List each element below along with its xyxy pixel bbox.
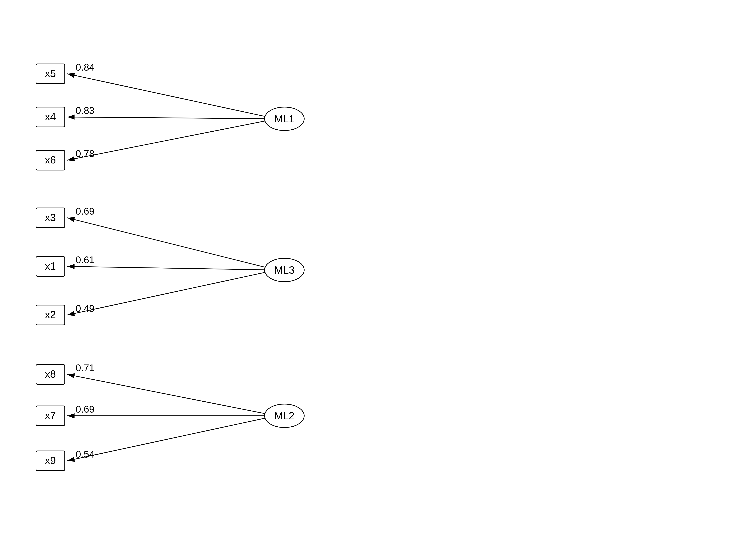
- svg-line-7: [67, 117, 265, 119]
- svg-text:0.49: 0.49: [75, 303, 94, 314]
- svg-text:ML3: ML3: [274, 264, 295, 276]
- svg-text:0.83: 0.83: [75, 105, 94, 116]
- svg-text:x1: x1: [45, 260, 56, 272]
- svg-text:ML2: ML2: [274, 410, 295, 422]
- page-title: [0, 0, 756, 11]
- svg-text:x7: x7: [45, 410, 56, 421]
- svg-text:0.69: 0.69: [75, 404, 94, 415]
- svg-text:x8: x8: [45, 368, 56, 380]
- svg-text:0.54: 0.54: [75, 449, 94, 460]
- svg-text:x5: x5: [45, 68, 56, 79]
- svg-text:x4: x4: [45, 111, 56, 122]
- svg-line-4: [67, 266, 265, 270]
- svg-text:x6: x6: [45, 154, 56, 166]
- svg-line-0: [67, 418, 265, 461]
- svg-text:ML1: ML1: [274, 113, 295, 125]
- svg-text:0.78: 0.78: [75, 148, 94, 159]
- factor-diagram: ML1x50.84x40.83x60.78ML3x30.69x10.61x20.…: [0, 32, 756, 540]
- svg-line-2: [67, 374, 265, 414]
- svg-text:0.61: 0.61: [75, 254, 94, 265]
- svg-text:0.71: 0.71: [75, 362, 94, 373]
- svg-line-6: [67, 121, 265, 160]
- svg-text:0.69: 0.69: [75, 206, 94, 216]
- svg-line-3: [67, 272, 265, 315]
- svg-text:x3: x3: [45, 211, 56, 223]
- svg-line-8: [67, 74, 265, 116]
- svg-line-5: [67, 218, 265, 267]
- svg-text:x2: x2: [45, 309, 56, 321]
- svg-text:x9: x9: [45, 455, 56, 466]
- svg-text:0.84: 0.84: [75, 62, 94, 72]
